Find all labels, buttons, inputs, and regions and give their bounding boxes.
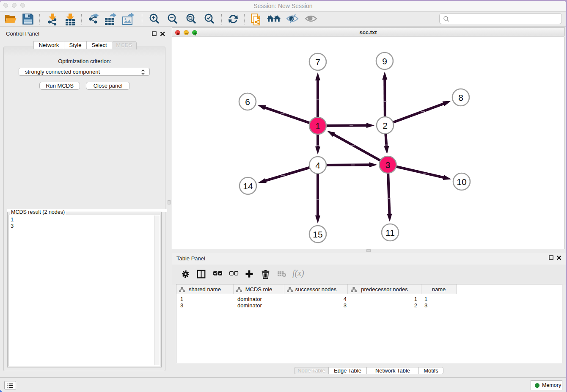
svg-text:4: 4 [315, 160, 320, 170]
svg-text:7: 7 [315, 57, 320, 67]
svg-text:2: 2 [383, 121, 388, 130]
svg-text:14: 14 [243, 181, 253, 191]
svg-text:1: 1 [315, 121, 320, 131]
svg-text:10: 10 [457, 177, 466, 187]
svg-text:3: 3 [385, 160, 391, 170]
svg-text:15: 15 [313, 229, 322, 239]
svg-text:11: 11 [385, 228, 395, 237]
svg-text:9: 9 [382, 56, 387, 66]
svg-text:8: 8 [458, 93, 463, 102]
svg-text:6: 6 [245, 97, 250, 107]
